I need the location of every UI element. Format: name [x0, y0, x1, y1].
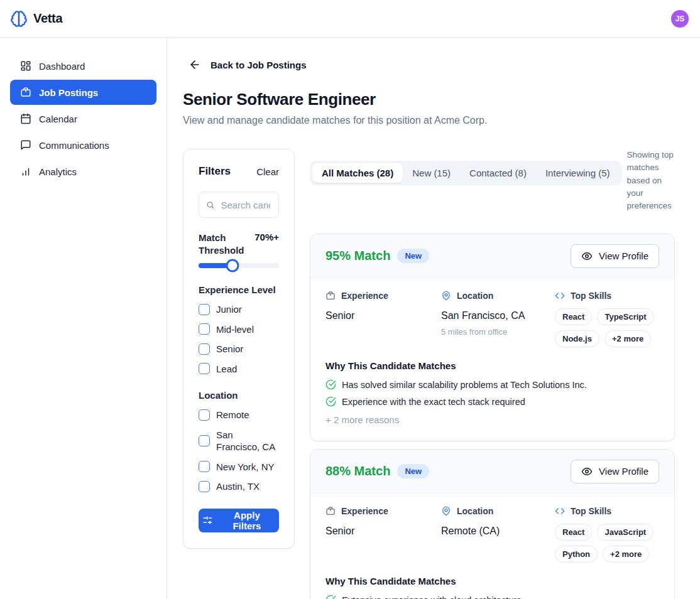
checkbox-icon[interactable] — [199, 435, 210, 446]
search-input[interactable] — [219, 199, 271, 211]
code-icon — [555, 506, 565, 516]
experience-column: Experience Senior — [325, 506, 441, 563]
code-icon — [555, 291, 565, 301]
skills-column: Top Skills React TypeScript Node.js +2 m… — [555, 291, 659, 347]
view-profile-button[interactable]: View Profile — [571, 460, 659, 483]
back-row: Back to Job Postings — [183, 58, 675, 71]
bar-chart-icon — [20, 166, 31, 177]
sidebar-item-dashboard[interactable]: Dashboard — [10, 53, 156, 78]
card-header: 88% Match New View Profile — [310, 450, 674, 494]
skill-pill: TypeScript — [597, 308, 654, 325]
experience-column: Experience Senior — [325, 291, 441, 347]
check-circle-icon — [325, 396, 336, 407]
match-percentage: 88% Match — [325, 464, 390, 478]
sidebar-item-communications[interactable]: Communications — [10, 132, 156, 158]
match-threshold-label: Match Threshold — [199, 232, 248, 256]
skill-pill: JavaScript — [597, 524, 654, 541]
sidebar-item-job-postings[interactable]: Job Postings — [10, 80, 156, 105]
sidebar-item-calendar[interactable]: Calendar — [10, 106, 156, 131]
avatar[interactable]: JS — [671, 10, 689, 28]
view-profile-button[interactable]: View Profile — [571, 244, 659, 268]
back-label[interactable]: Back to Job Postings — [211, 60, 307, 70]
apply-filters-button[interactable]: Apply Filters — [199, 509, 279, 532]
map-pin-icon — [441, 291, 451, 301]
checkbox-icon[interactable] — [199, 461, 210, 472]
page-subtitle: View and manage candidate matches for th… — [183, 115, 675, 126]
eye-icon — [581, 466, 593, 477]
filters-panel: Filters Clear Match Threshold 70%+ Exper… — [183, 149, 295, 549]
location-column: Location San Francisco, CA 5 miles from … — [441, 291, 555, 347]
match-reason: Has solved similar scalability problems … — [325, 379, 659, 390]
check-circle-icon — [325, 379, 336, 390]
checkbox-austin[interactable]: Austin, TX — [199, 480, 279, 493]
location-title: Location — [199, 390, 279, 401]
tab-contacted[interactable]: Contacted (8) — [460, 163, 536, 183]
sidebar-item-label: Job Postings — [39, 87, 98, 98]
checkbox-lead[interactable]: Lead — [199, 363, 279, 375]
dashboard-icon — [20, 60, 31, 72]
back-button[interactable] — [189, 58, 201, 71]
main-content: Back to Job Postings Senior Software Eng… — [167, 38, 700, 599]
brand[interactable]: Vetta — [10, 10, 62, 28]
checkbox-icon[interactable] — [199, 363, 210, 374]
chat-icon — [20, 139, 31, 151]
sidebar-item-analytics[interactable]: Analytics — [10, 159, 156, 184]
checkbox-icon[interactable] — [199, 343, 210, 355]
map-pin-icon — [441, 506, 451, 516]
tab-all-matches[interactable]: All Matches (28) — [312, 163, 403, 183]
sidebar-item-label: Communications — [39, 140, 109, 151]
more-skills-pill[interactable]: +2 more — [604, 330, 651, 347]
checkbox-new-york[interactable]: New York, NY — [199, 461, 279, 473]
results-note: Showing top matches based on your prefer… — [627, 149, 675, 212]
skill-pill: Python — [555, 546, 598, 563]
brand-name: Vetta — [33, 11, 62, 26]
sidebar-item-label: Analytics — [39, 166, 77, 177]
skills-column: Top Skills React JavaScript Python +2 mo… — [555, 506, 659, 563]
results-section: All Matches (28) New (15) Contacted (8) … — [310, 149, 675, 599]
checkbox-san-francisco[interactable]: San Francisco, CA — [199, 429, 279, 453]
more-skills-pill[interactable]: +2 more — [603, 546, 649, 563]
location-value: Remote (CA) — [441, 526, 555, 537]
candidate-card-2: 88% Match New View Profile — [310, 449, 675, 599]
match-reason: Experience with the exact tech stack req… — [325, 396, 659, 407]
tab-new[interactable]: New (15) — [403, 163, 460, 183]
briefcase-icon — [20, 87, 31, 98]
location-value: San Francisco, CA — [441, 310, 555, 321]
tab-interviewing[interactable]: Interviewing (5) — [536, 163, 620, 183]
experience-value: Senior — [325, 526, 441, 537]
more-reasons-button[interactable]: + 2 more reasons — [325, 414, 399, 425]
checkbox-remote[interactable]: Remote — [199, 409, 279, 421]
calendar-icon — [20, 113, 31, 124]
new-badge: New — [397, 249, 429, 263]
checkbox-junior[interactable]: Junior — [199, 303, 279, 316]
briefcase-icon — [325, 506, 336, 516]
check-circle-icon — [325, 595, 336, 599]
page-title: Senior Software Engineer — [183, 90, 675, 109]
candidate-card-1: 95% Match New View Profile — [310, 234, 675, 441]
match-reason: Extensive experience with cloud architec… — [325, 595, 659, 599]
sidebar-item-label: Dashboard — [39, 61, 85, 72]
clear-filters-button[interactable]: Clear — [256, 166, 279, 177]
search-input-wrapper[interactable] — [199, 192, 279, 218]
checkbox-icon[interactable] — [199, 304, 210, 315]
checkbox-mid-level[interactable]: Mid-level — [199, 323, 279, 336]
app-header: Vetta JS — [0, 0, 700, 38]
checkbox-senior[interactable]: Senior — [199, 343, 279, 355]
checkbox-icon[interactable] — [199, 409, 210, 421]
checkbox-icon[interactable] — [199, 481, 210, 492]
slider-thumb[interactable] — [226, 259, 239, 273]
card-header: 95% Match New View Profile — [310, 234, 674, 278]
eye-icon — [581, 251, 593, 262]
briefcase-icon — [325, 291, 336, 301]
sidebar-item-label: Calendar — [39, 114, 77, 124]
experience-value: Senior — [325, 310, 441, 321]
location-distance: 5 miles from office — [441, 327, 555, 337]
brain-logo-icon — [10, 10, 28, 28]
why-matches-section: Why This Candidate Matches Extensive exp… — [325, 576, 659, 599]
arrow-left-icon — [189, 58, 201, 71]
checkbox-icon[interactable] — [199, 323, 210, 335]
sidebar: Dashboard Job Postings Calendar Communic… — [0, 38, 167, 599]
match-percentage: 95% Match — [325, 249, 390, 263]
match-threshold-slider[interactable] — [199, 263, 279, 268]
skill-pill: React — [555, 524, 592, 541]
